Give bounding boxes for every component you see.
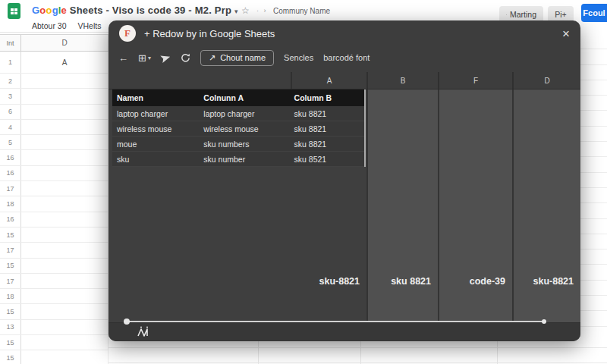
bottom-value-f[interactable]: code-39 <box>438 271 512 291</box>
column-header-d[interactable]: D <box>512 72 580 89</box>
row-number[interactable]: 16 <box>0 212 21 227</box>
row-number[interactable]: 18 <box>0 289 21 303</box>
row-number[interactable]: 6 <box>0 105 21 119</box>
cell-a1[interactable]: A <box>21 52 109 73</box>
sheet-cell[interactable] <box>21 274 109 288</box>
column-header-a[interactable]: A <box>291 72 366 89</box>
back-arrow-icon[interactable]: ← <box>118 53 128 63</box>
row-number[interactable]: 15 <box>0 335 21 350</box>
scrollbar-handle-left[interactable] <box>124 318 130 325</box>
menu-item[interactable]: VHelts <box>77 21 101 30</box>
sheets-logo-icon[interactable] <box>8 3 20 19</box>
row-number[interactable]: 18 <box>0 196 21 211</box>
share-button[interactable]: Fcoul <box>581 4 607 22</box>
column-header-b[interactable]: B <box>366 72 438 89</box>
table-cell[interactable]: wireless mouse <box>112 121 199 136</box>
menu-item[interactable]: Abtour 30 <box>32 21 67 30</box>
sheet-row[interactable]: 15 <box>0 228 109 243</box>
column-header-f[interactable]: F <box>438 72 512 89</box>
column-d-header[interactable]: D <box>21 35 109 51</box>
sheet-cell[interactable] <box>21 320 109 334</box>
sheet-row[interactable]: 15 <box>0 259 109 274</box>
sheet-cell[interactable] <box>21 243 109 257</box>
table-row[interactable]: sku sku number sku 8521 <box>112 152 364 167</box>
close-icon[interactable]: × <box>562 27 570 40</box>
row-number[interactable]: 17 <box>0 274 21 288</box>
table-header-column-a[interactable]: Colnunn A <box>199 89 289 106</box>
row-number[interactable]: 4 <box>0 120 21 134</box>
row-number[interactable]: 13 <box>0 320 21 334</box>
refresh-icon[interactable] <box>181 53 190 63</box>
table-cell[interactable]: moue <box>112 136 199 151</box>
row-number[interactable]: 17 <box>0 243 21 257</box>
sheet-row[interactable]: 6 <box>0 105 109 120</box>
sheet-cell[interactable] <box>21 150 109 165</box>
sheet-cell[interactable] <box>21 196 109 211</box>
sheet-cell[interactable] <box>21 350 109 364</box>
series-label[interactable]: Sencles <box>284 53 313 62</box>
bottom-value-a[interactable]: sku-8821 <box>109 271 366 291</box>
table-row[interactable]: moue sku numbers sku 8821 <box>112 136 364 152</box>
sheet-cell[interactable] <box>21 212 109 227</box>
sheet-row[interactable]: 16 <box>0 166 109 181</box>
bottom-value-b[interactable]: sku 8821 <box>366 271 438 291</box>
sheet-row[interactable]: 15 <box>0 335 109 350</box>
sheet-corner-label[interactable]: Int <box>0 35 21 51</box>
bottom-value-d[interactable]: sku-8821 <box>512 271 580 291</box>
row-number[interactable]: 15 <box>0 228 21 242</box>
sheet-row[interactable]: 5 <box>0 135 109 150</box>
grid-menu-button[interactable]: ⊞ ▾ <box>138 53 151 63</box>
sheet-cell[interactable] <box>21 259 109 273</box>
table-header-name[interactable]: Namen <box>112 89 199 106</box>
scrollbar-handle-right[interactable] <box>542 319 546 324</box>
sheet-cell[interactable] <box>21 335 109 350</box>
horizontal-scrollbar[interactable] <box>124 318 546 325</box>
sheet-row[interactable]: 18 <box>0 289 109 304</box>
chevron-down-icon[interactable]: ▾ <box>234 8 238 15</box>
sheet-cell[interactable] <box>21 181 109 196</box>
row-number[interactable]: 3 <box>0 89 21 103</box>
table-cell[interactable]: sku number <box>199 152 289 166</box>
row-number[interactable]: 16 <box>0 150 21 165</box>
sheet-row[interactable]: 13 <box>0 320 109 335</box>
sheet-cell[interactable] <box>21 166 109 180</box>
sheet-row[interactable]: 2 <box>0 74 109 89</box>
table-cell[interactable]: laptop charger <box>199 106 289 121</box>
sheet-cell[interactable] <box>21 228 109 242</box>
sheet-cell[interactable] <box>21 105 109 119</box>
table-cell[interactable]: sku 8821 <box>290 106 364 121</box>
waveform-icon[interactable] <box>137 326 151 341</box>
sheet-row[interactable]: 15 <box>0 304 109 319</box>
sheet-row[interactable]: 1A <box>0 52 109 74</box>
sheet-row[interactable]: 3 <box>0 89 109 104</box>
sheet-row[interactable]: 17 <box>0 274 109 289</box>
row-number[interactable]: 15 <box>0 304 21 318</box>
table-cell[interactable]: sku 8821 <box>290 136 364 151</box>
sheet-row[interactable]: 16 <box>0 212 109 228</box>
sheet-row[interactable]: 15 <box>0 350 109 364</box>
table-cell[interactable]: sku 8521 <box>290 152 364 166</box>
table-cell[interactable]: wireless mouse <box>199 121 289 136</box>
table-cell[interactable]: sku numbers <box>199 136 289 151</box>
sheet-row[interactable]: 17 <box>0 181 109 196</box>
sheet-cell[interactable] <box>21 89 109 103</box>
star-icon[interactable]: ☆ <box>241 5 250 16</box>
sheet-row[interactable]: 4 <box>0 120 109 135</box>
scrollbar-track[interactable] <box>126 321 544 322</box>
history-icons[interactable]: · › <box>256 7 268 14</box>
sheet-row[interactable]: 17 <box>0 243 109 258</box>
sheet-row[interactable]: 16 <box>0 150 109 165</box>
table-header-column-b[interactable]: Column B <box>290 89 364 106</box>
sheet-row[interactable]: 18 <box>0 196 109 212</box>
row-number[interactable]: 5 <box>0 135 21 149</box>
row-number[interactable]: 1 <box>0 52 21 73</box>
row-number[interactable]: 2 <box>0 74 21 88</box>
table-cell[interactable]: laptop charger <box>112 106 199 121</box>
sheet-cell[interactable] <box>21 120 109 134</box>
row-number[interactable]: 17 <box>0 181 21 196</box>
sheet-cell[interactable] <box>21 304 109 318</box>
table-row[interactable]: laptop charger laptop charger sku 8821 <box>112 106 364 121</box>
table-cell[interactable]: sku 8821 <box>290 121 364 136</box>
chart-name-button[interactable]: ↗ Chout name <box>200 50 274 66</box>
row-number[interactable]: 15 <box>0 259 21 273</box>
